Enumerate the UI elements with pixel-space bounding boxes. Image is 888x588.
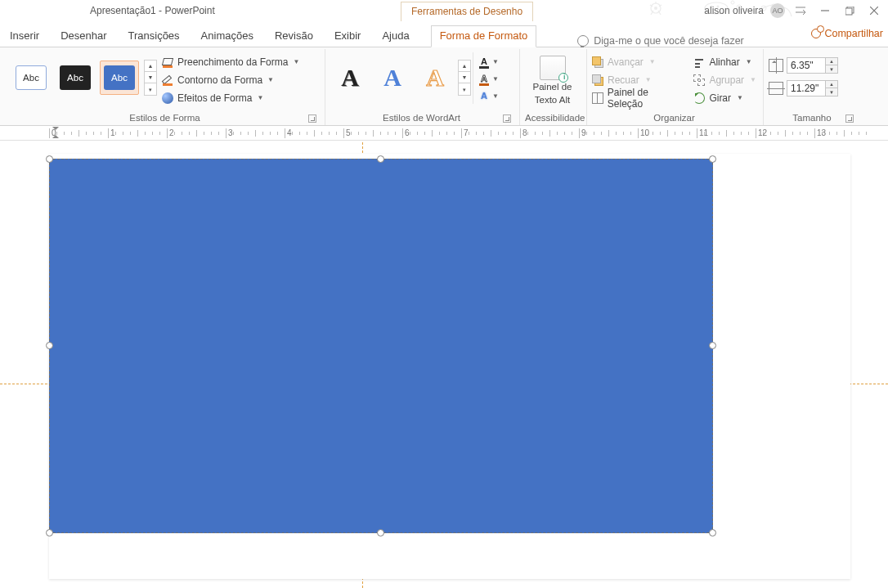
width-input[interactable]	[787, 81, 825, 96]
ribbon-tabs: Inserir Desenhar Transições Animações Re…	[0, 23, 888, 47]
resize-handle-tl[interactable]	[46, 155, 53, 163]
chevron-down-icon: ▼	[267, 76, 274, 83]
share-button[interactable]: Compartilhar	[811, 28, 883, 39]
dialog-launcher[interactable]	[503, 114, 511, 123]
send-backward-icon	[592, 74, 603, 86]
chevron-down-icon: ▼	[257, 94, 263, 101]
text-effects-button[interactable]: A▼	[478, 88, 499, 104]
tab-exibir[interactable]: Exibir	[334, 29, 361, 47]
tab-desenhar[interactable]: Desenhar	[61, 29, 106, 47]
shape-fill-button[interactable]: Preenchimento da Forma ▼	[162, 54, 299, 70]
shape-style-2[interactable]: Abc	[56, 61, 95, 95]
ribbon: Abc Abc Abc ▲ ▼ ▾ Preenchimento da Forma…	[0, 47, 888, 126]
tab-ajuda[interactable]: Ajuda	[382, 29, 409, 47]
title-bar: Apresentação1 - PowerPoint Ferramentas d…	[0, 0, 888, 23]
height-spinner[interactable]: ▲▼	[787, 57, 838, 74]
group-label-organizer: Organizar	[592, 111, 756, 125]
group-label-a11y: Acessibilidade	[525, 111, 580, 125]
user-avatar[interactable]: AO	[770, 3, 785, 18]
selected-shape-rectangle[interactable]	[49, 159, 713, 533]
spin-up[interactable]: ▲	[826, 81, 837, 88]
tab-transicoes[interactable]: Transições	[128, 29, 180, 47]
resize-handle-l[interactable]	[46, 342, 53, 349]
effects-icon	[162, 92, 173, 104]
gallery-up-button[interactable]: ▲	[459, 61, 470, 72]
dialog-launcher[interactable]	[845, 114, 854, 123]
width-control: ▲▼	[769, 80, 855, 97]
tell-me-placeholder: Diga-me o que você deseja fazer	[594, 35, 743, 47]
svg-point-0	[651, 3, 661, 13]
chevron-down-icon: ▼	[293, 58, 299, 65]
alt-text-button[interactable]: Painel de Texto Alt	[525, 52, 580, 106]
text-outline-button[interactable]: A▼	[478, 71, 499, 87]
alt-text-line2: Texto Alt	[535, 95, 570, 106]
group-size: ▲▼ ▲▼ Tamanho	[764, 49, 862, 125]
text-fill-button[interactable]: A▼	[478, 54, 499, 70]
gallery-scroll: ▲ ▼ ▾	[144, 60, 157, 96]
wordart-style-3[interactable]: A	[415, 59, 455, 97]
shape-commands: Preenchimento da Forma ▼ Contorno da For…	[162, 52, 299, 105]
wordart-gallery: A A A ▲ ▼ ▾	[330, 52, 471, 103]
text-fill-icon: A	[478, 56, 490, 68]
group-accessibility: Painel de Texto Alt Acessibilidade	[520, 49, 587, 125]
group-shape-styles: Abc Abc Abc ▲ ▼ ▾ Preenchimento da Forma…	[7, 49, 325, 125]
group-label-shape-styles: Estilos de Forma	[11, 111, 318, 125]
selection-pane-icon	[592, 92, 603, 104]
alt-text-icon	[540, 56, 566, 80]
height-control: ▲▼	[769, 57, 855, 74]
alt-text-line1: Painel de	[533, 82, 572, 93]
gallery-up-button[interactable]: ▲	[145, 61, 156, 72]
width-icon	[769, 82, 783, 95]
shape-outline-button[interactable]: Contorno da Forma ▼	[162, 72, 299, 88]
tab-revisao[interactable]: Revisão	[275, 29, 313, 47]
wordart-style-1[interactable]: A	[330, 59, 370, 97]
tab-inserir[interactable]: Inserir	[10, 29, 39, 47]
shape-style-1[interactable]: Abc	[11, 61, 51, 95]
gallery-down-button[interactable]: ▼	[145, 72, 156, 83]
shape-style-3[interactable]: Abc	[100, 61, 139, 95]
group-wordart-styles: A A A ▲ ▼ ▾ A▼ A▼ A▼ Estilos de WordArt	[325, 49, 520, 125]
width-spinner[interactable]: ▲▼	[787, 80, 838, 97]
close-button[interactable]	[865, 3, 883, 18]
user-name: alison oliveira	[704, 5, 764, 16]
shape-effects-button[interactable]: Efeitos de Forma ▼	[162, 90, 299, 105]
ribbon-options-button[interactable]	[792, 3, 810, 18]
restore-button[interactable]	[841, 3, 859, 18]
share-icon	[811, 29, 821, 38]
resize-handle-br[interactable]	[709, 529, 716, 536]
resize-handle-r[interactable]	[709, 342, 716, 349]
minimize-button[interactable]	[816, 3, 834, 18]
resize-handle-t[interactable]	[377, 155, 384, 163]
resize-handle-tr[interactable]	[709, 155, 716, 163]
gallery-more-button[interactable]: ▾	[459, 83, 470, 95]
send-backward-button[interactable]: Recuar▼	[592, 72, 685, 88]
spin-down[interactable]: ▼	[826, 65, 837, 73]
canvas-area	[0, 142, 888, 588]
align-button[interactable]: Alinhar▼	[693, 54, 756, 70]
resize-handle-b[interactable]	[377, 529, 384, 536]
gallery-down-button[interactable]: ▼	[459, 72, 470, 83]
group-button[interactable]: Agrupar▼	[693, 72, 756, 88]
text-outline-icon: A	[478, 74, 490, 85]
shape-styles-gallery: Abc Abc Abc ▲ ▼ ▾	[11, 52, 157, 103]
resize-handle-bl[interactable]	[46, 529, 53, 536]
tell-me-search[interactable]: Diga-me o que você deseja fazer	[577, 35, 743, 47]
group-organizer: Avançar▼ Recuar▼ Painel de Seleção Alinh…	[587, 49, 764, 125]
dialog-launcher[interactable]	[308, 114, 316, 123]
spin-up[interactable]: ▲	[826, 58, 837, 65]
selection-pane-button[interactable]: Painel de Seleção	[592, 90, 685, 105]
wordart-commands: A▼ A▼ A▼	[473, 52, 499, 104]
document-title: Apresentação1 - PowerPoint	[90, 5, 215, 16]
height-input[interactable]	[787, 58, 825, 73]
group-icon	[693, 74, 705, 86]
rotate-button[interactable]: Girar▼	[693, 90, 756, 105]
gallery-more-button[interactable]: ▾	[145, 83, 156, 95]
lightbulb-icon	[577, 35, 589, 47]
bring-forward-button[interactable]: Avançar▼	[592, 54, 685, 70]
spin-down[interactable]: ▼	[826, 88, 837, 96]
tab-animacoes[interactable]: Animações	[201, 29, 253, 47]
wordart-gallery-scroll: ▲ ▼ ▾	[458, 60, 471, 96]
shape-effects-label: Efeitos de Forma	[177, 92, 252, 104]
tab-forma-de-formato[interactable]: Forma de Formato	[431, 25, 537, 47]
wordart-style-2[interactable]: A	[373, 59, 412, 97]
